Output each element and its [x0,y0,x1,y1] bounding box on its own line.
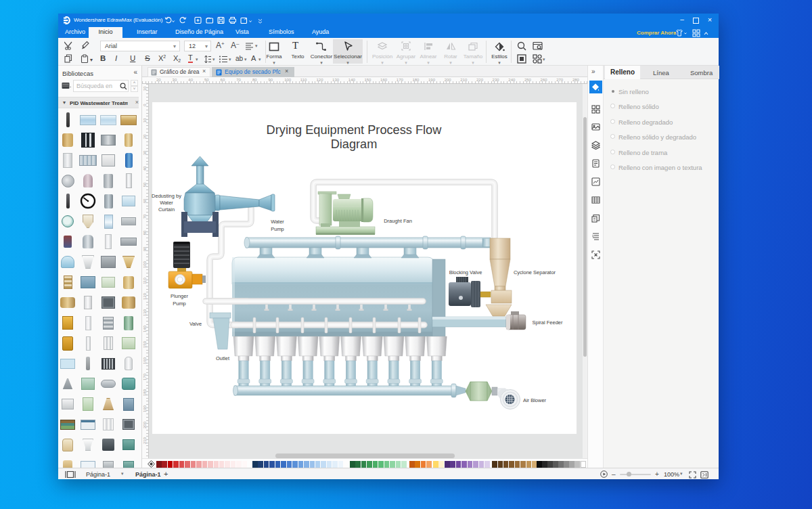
svg-text:Spiral Feeder: Spiral Feeder [532,319,563,326]
svg-text:Pump: Pump [271,226,284,232]
svg-text:Outlet: Outlet [216,355,230,361]
svg-text:Draught Fan: Draught Fan [384,218,412,224]
svg-text:Valve: Valve [189,321,202,327]
svg-text:Curtain: Curtain [158,206,175,213]
svg-text:Pump: Pump [173,301,186,307]
svg-text:Water: Water [271,219,284,225]
svg-text:Diagram: Diagram [331,137,378,151]
svg-text:Air Blower: Air Blower [523,397,547,403]
svg-text:Water: Water [160,200,173,206]
svg-text:Dedusting by: Dedusting by [152,193,181,199]
svg-text:Plunger: Plunger [171,293,188,299]
svg-text:Drying Equipment Process Flow: Drying Equipment Process Flow [267,123,443,137]
svg-text:Blocking Valve: Blocking Valve [449,269,482,275]
svg-text:Cyclone Separator: Cyclone Separator [514,269,556,275]
